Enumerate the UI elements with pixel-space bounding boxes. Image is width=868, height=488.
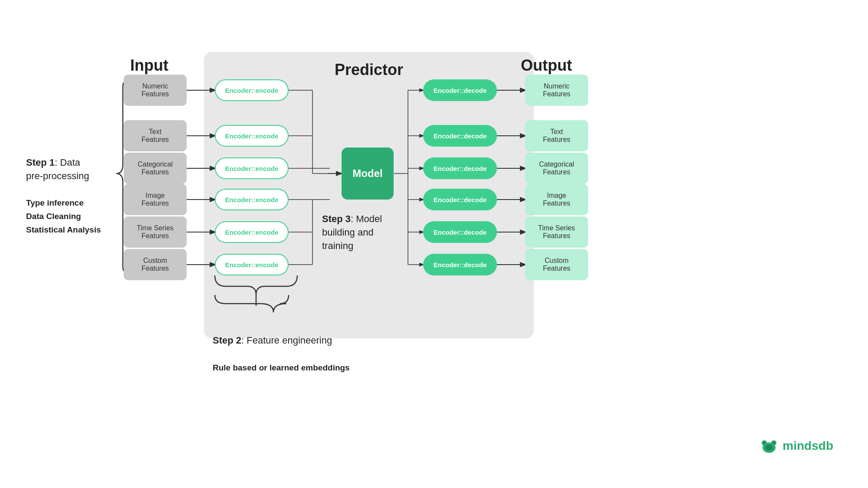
step3-label: Step 3: Modelbuilding andtraining bbox=[322, 213, 382, 252]
input-image: ImageFeatures bbox=[124, 184, 187, 215]
input-title: Input bbox=[130, 56, 168, 75]
output-timeseries: Time SeriesFeatures bbox=[525, 216, 588, 248]
output-text: TextFeatures bbox=[525, 120, 588, 151]
logo-area: mindsdb bbox=[760, 438, 833, 453]
svg-point-39 bbox=[773, 442, 775, 444]
input-numeric: NumericFeatures bbox=[124, 75, 187, 106]
encoder-custom: Encoder::encode bbox=[215, 254, 289, 275]
output-image: ImageFeatures bbox=[525, 184, 588, 215]
decoder-text: Encoder::decode bbox=[423, 125, 497, 147]
logo-text: mindsdb bbox=[783, 439, 833, 453]
input-timeseries: Time SeriesFeatures bbox=[124, 216, 187, 248]
decoder-timeseries: Encoder::decode bbox=[423, 221, 497, 243]
encoder-numeric: Encoder::encode bbox=[215, 79, 289, 101]
svg-point-40 bbox=[765, 445, 773, 451]
input-text: TextFeatures bbox=[124, 120, 187, 151]
diagram-container: Input Output Predictor NumericFeatures T… bbox=[0, 0, 868, 488]
model-box: Model bbox=[342, 147, 394, 200]
decoder-custom: Encoder::decode bbox=[423, 254, 497, 275]
predictor-title: Predictor bbox=[204, 61, 534, 79]
encoder-text: Encoder::encode bbox=[215, 125, 289, 147]
decoder-image: Encoder::decode bbox=[423, 189, 497, 210]
bottom-brace bbox=[213, 273, 299, 308]
step1-label: Step 1: Datapre-processing Type inferenc… bbox=[26, 156, 101, 236]
encoder-timeseries: Encoder::encode bbox=[215, 221, 289, 243]
bear-icon bbox=[760, 438, 778, 453]
encoder-image: Encoder::encode bbox=[215, 189, 289, 210]
encoder-categorical: Encoder::encode bbox=[215, 157, 289, 179]
step2-label: Step 2: Feature engineering Rule based o… bbox=[213, 334, 350, 374]
output-categorical: CategoricalFeatures bbox=[525, 153, 588, 184]
input-custom: CustomFeatures bbox=[124, 249, 187, 280]
svg-point-38 bbox=[763, 442, 766, 444]
output-numeric: NumericFeatures bbox=[525, 75, 588, 106]
decoder-categorical: Encoder::decode bbox=[423, 157, 497, 179]
input-categorical: CategoricalFeatures bbox=[124, 153, 187, 184]
decoder-numeric: Encoder::decode bbox=[423, 79, 497, 101]
output-custom: CustomFeatures bbox=[525, 249, 588, 280]
